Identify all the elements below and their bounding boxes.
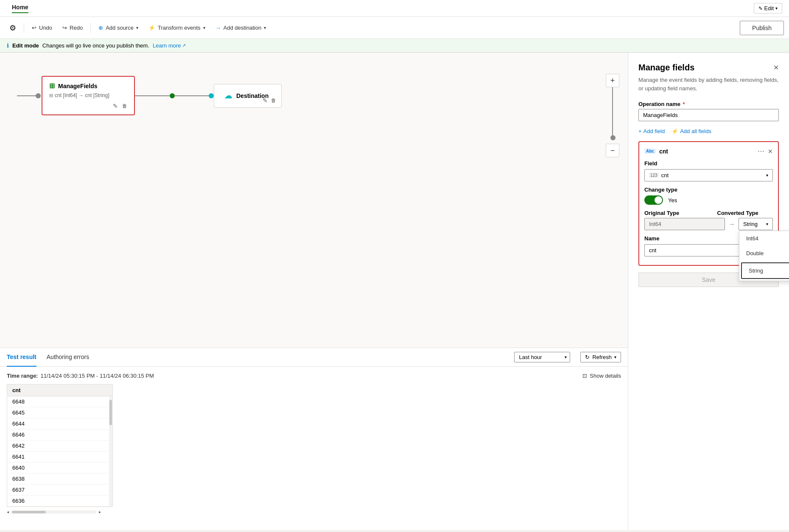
toggle-thumb — [655, 196, 662, 204]
add-source-label: Add source — [106, 25, 134, 31]
field-card-outer: Abc cnt ⋯ ✕ Field 123 cnt ▾ — [638, 141, 779, 266]
field-dropdown[interactable]: 123 cnt ▾ — [644, 169, 773, 181]
field-close-button[interactable]: ✕ — [768, 148, 773, 155]
toolbar-separator-1 — [24, 23, 24, 33]
toggle-yes-label: Yes — [668, 197, 677, 203]
zoom-in-button[interactable]: + — [606, 74, 619, 87]
converted-type-chevron-icon: ▾ — [766, 222, 768, 226]
field-card-actions: ⋯ ✕ — [758, 147, 773, 155]
destination-node[interactable]: ☁ Destination ✎ 🗑 — [214, 84, 282, 108]
add-field-button[interactable]: + Add field — [638, 128, 665, 134]
table-row-8: 6638 — [7, 474, 112, 485]
h-scroll-area: ◂ ▸ — [7, 510, 621, 514]
transform-events-button[interactable]: ⚡ Transform events ▾ — [144, 22, 210, 33]
add-dest-label: Add destination — [224, 25, 262, 31]
refresh-icon: ↻ — [585, 354, 590, 360]
scrollbar-thumb[interactable] — [109, 400, 112, 425]
original-type-input — [644, 218, 725, 230]
converted-type-dropdown[interactable]: String ▾ Int64 Double String — [739, 218, 773, 230]
transform-chevron-icon: ▾ — [203, 25, 205, 30]
v-connector-dot — [610, 135, 616, 140]
converted-type-label: Converted Type — [717, 210, 773, 216]
type-dropdown-menu: Int64 Double String — [739, 231, 789, 281]
refresh-button[interactable]: ↻ Refresh ▾ — [580, 352, 621, 362]
toolbar: ⚙ ↩ Undo ↪ Redo ⊕ Add source ▾ ⚡ Transfo… — [0, 17, 789, 39]
table-body: 6648 6645 6644 6646 6642 6641 6640 6638 … — [7, 396, 112, 507]
panel-close-button[interactable]: ✕ — [773, 64, 779, 72]
time-range-select[interactable]: Last hour Last 30 minutes Last 6 hours — [514, 352, 570, 362]
add-destination-button[interactable]: → Add destination ▾ — [211, 22, 271, 33]
panel-title-row: Manage fields ✕ — [638, 63, 779, 72]
operation-name-input[interactable] — [638, 109, 779, 121]
destination-icon: ☁ — [224, 91, 232, 100]
panel-title: Manage fields — [638, 63, 694, 72]
option-string[interactable]: String — [741, 262, 789, 279]
home-underline — [12, 12, 28, 13]
table-row-10: 6636 — [7, 496, 112, 507]
info-icon: ℹ — [7, 42, 9, 49]
publish-button[interactable]: Publish — [740, 21, 784, 35]
undo-button[interactable]: ↩ Undo — [28, 22, 56, 33]
mid-connector — [135, 93, 214, 98]
time-select-container: Last hour Last 30 minutes Last 6 hours ▾ — [514, 352, 570, 362]
option-double[interactable]: Double — [739, 246, 789, 261]
time-range-row: Time range: 11/14/24 05:30:15 PM - 11/14… — [7, 373, 621, 379]
learn-more-link[interactable]: Learn more ↗ — [153, 42, 185, 49]
node-edit-button[interactable]: ✎ — [113, 103, 118, 109]
required-star: * — [683, 101, 685, 107]
bottom-panel: Test result Authoring errors Last hour L… — [0, 348, 628, 530]
add-source-button[interactable]: ⊕ Add source ▾ — [94, 22, 143, 33]
abc-icon: Abc — [644, 148, 656, 154]
node-actions: ✎ 🗑 — [49, 103, 127, 109]
option-int64[interactable]: Int64 — [739, 231, 789, 246]
tab-authoring-errors[interactable]: Authoring errors — [47, 348, 89, 367]
toggle[interactable] — [644, 195, 663, 205]
table-row-1: 6648 — [7, 396, 112, 407]
scrollbar-track[interactable] — [109, 396, 112, 507]
redo-icon: ↪ — [62, 25, 67, 31]
table-row-2: 6645 — [7, 407, 112, 418]
show-details-button[interactable]: ⊡ Show details — [582, 373, 621, 379]
field-card-title-row: Abc cnt — [644, 148, 668, 155]
node-delete-button[interactable]: 🗑 — [122, 103, 127, 109]
h-scroll-thumb[interactable] — [12, 511, 46, 513]
source-connector — [17, 95, 38, 96]
time-range-label: Time range: — [7, 373, 38, 379]
redo-label: Redo — [70, 25, 83, 31]
zoom-out-button[interactable]: − — [606, 144, 619, 157]
edit-button[interactable]: ✎ Edit ▾ — [754, 3, 782, 14]
undo-icon: ↩ — [32, 25, 36, 31]
operation-name-field: Operation name * — [638, 101, 779, 121]
time-range-value: 11/14/24 05:30:15 PM - 11/14/24 06:30:15… — [40, 373, 154, 379]
manage-fields-title: ManageFields — [58, 83, 98, 89]
redo-button[interactable]: ↪ Redo — [58, 22, 87, 33]
field-more-button[interactable]: ⋯ — [758, 147, 764, 155]
top-nav: Home ✎ Edit ▾ — [0, 0, 789, 17]
panel-description: Manage the event fields by adding fields… — [638, 76, 779, 92]
table-row-7: 6640 — [7, 462, 112, 474]
add-dest-chevron-icon: ▾ — [264, 25, 266, 30]
transform-label: Transform events — [158, 25, 201, 31]
bottom-content: Time range: 11/14/24 05:30:15 PM - 11/14… — [0, 367, 628, 520]
h-scroll-left-icon: ◂ — [7, 510, 9, 514]
gear-button[interactable]: ⚙ — [5, 21, 20, 35]
field-card-header: Abc cnt ⋯ ✕ — [644, 147, 773, 155]
add-source-icon: ⊕ — [98, 25, 103, 31]
tab-test-result[interactable]: Test result — [7, 348, 36, 367]
manage-fields-node[interactable]: ⊞ ManageFields ⊟ cnt [Int64] → cnt [Stri… — [42, 76, 135, 115]
add-all-fields-button[interactable]: ⚡ Add all fields — [671, 128, 711, 134]
bolt-icon: ⚡ — [671, 128, 678, 134]
dest-delete-button[interactable]: 🗑 — [271, 97, 276, 104]
change-type-row: Yes — [644, 195, 773, 205]
home-tab[interactable]: Home — [7, 2, 34, 15]
dest-edit-button[interactable]: ✎ — [263, 97, 268, 104]
show-details-label: Show details — [590, 373, 621, 379]
h-scroll-track[interactable] — [11, 510, 96, 514]
plus-icon: + — [638, 128, 642, 134]
original-type-label: Original Type — [644, 210, 700, 216]
edit-chevron-icon: ▾ — [775, 6, 778, 11]
grid-icon: ⊡ — [582, 373, 587, 379]
refresh-chevron-icon: ▾ — [614, 355, 616, 359]
operation-name-label: Operation name — [638, 101, 680, 107]
table-header: cnt — [7, 384, 112, 396]
